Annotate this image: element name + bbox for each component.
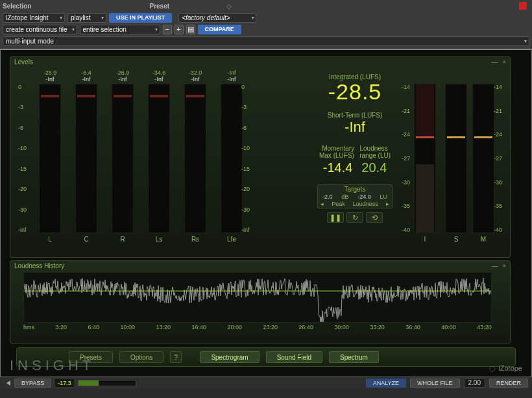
preset-plus-button[interactable]: +	[175, 25, 184, 34]
loop-button[interactable]: ⟲	[366, 212, 383, 223]
ch-label: Ls	[156, 236, 163, 243]
meter-bar[interactable]	[112, 84, 134, 233]
speaker-icon[interactable]	[6, 380, 10, 386]
scale-tick: 0	[18, 84, 27, 90]
spectrum-tab[interactable]: Spectrum	[329, 351, 379, 363]
lhist-max-icon[interactable]: +	[502, 262, 506, 269]
levels-scale-left: 0 -3 -6 -10 -15 -20 -30 -inf	[18, 84, 27, 233]
scale-tick: -40	[494, 227, 502, 233]
big-meter-S[interactable]	[445, 84, 467, 233]
meter-bar[interactable]	[75, 84, 97, 233]
scale-tick: -15	[241, 166, 250, 172]
footer-level-meter	[78, 380, 136, 386]
lhist-timeaxis: hms 3:20 6:40 10:00 13:20 16:40 20:00 23…	[23, 324, 492, 330]
close-icon[interactable]	[519, 2, 527, 10]
scale-tick: -6	[18, 125, 27, 131]
host-row3: multi-input mode	[0, 35, 532, 49]
meter-Rs: -32.0-InfRs	[183, 69, 208, 243]
levels-panel: Levels — + 0 -3 -6 -10 -15 -20 -30 -inf …	[10, 56, 511, 258]
multi-input-select[interactable]: multi-input mode	[3, 36, 529, 46]
big-meter-I[interactable]	[414, 84, 436, 233]
insight-logo: INSIGHT	[10, 357, 95, 374]
big-meter-S-label: S	[445, 236, 467, 243]
meter-L: -28.9-InfL	[38, 69, 62, 243]
t-tick: 26:40	[298, 324, 313, 330]
meter-bar[interactable]	[39, 84, 61, 233]
alert-zone	[416, 84, 434, 136]
targets-title: Targets	[318, 185, 392, 193]
levels-title: Levels	[14, 58, 33, 66]
scale-tick: -30	[18, 206, 27, 213]
loudness-range-value: 20.4	[361, 160, 387, 175]
meter-bar[interactable]	[148, 84, 170, 233]
meter-tp: -32.0	[189, 69, 202, 76]
momentary-label1: Momentary	[322, 145, 354, 152]
yel-mark	[474, 136, 492, 138]
meter-bar[interactable]	[221, 84, 243, 233]
scale-tick: -27	[402, 155, 410, 162]
lhist-min-icon[interactable]: —	[491, 262, 498, 269]
analyze-button[interactable]: ANALYZE	[366, 379, 406, 388]
big-scale-right: -14 -21 -24 -27 -30 -35 -40	[494, 84, 502, 233]
factory-default-select[interactable]: <factory default>	[178, 13, 256, 23]
spectrogram-tab[interactable]: Spectrogram	[200, 351, 259, 363]
host-topbar: Selection Preset ◇ iZotope Insight playl…	[0, 0, 532, 49]
seconds-field[interactable]: 2.00	[464, 379, 485, 388]
t-tick: 23:20	[263, 324, 278, 330]
preset-chevrons-icon[interactable]: ◇	[226, 3, 232, 10]
use-in-playlist-button[interactable]: USE IN PLAYLIST	[109, 13, 172, 23]
host-row2b: create continuous file entire selection …	[0, 23, 532, 35]
playlist-select[interactable]: playlist	[67, 13, 106, 23]
t-tick: 6:40	[88, 324, 99, 330]
entire-selection-select[interactable]: entire selection	[80, 25, 160, 34]
t-tick: 13:20	[156, 324, 171, 330]
scale-tick: -30	[402, 179, 410, 186]
loudness-history-panel: Loudness History — + LUFS -10 -20 -30 -4…	[10, 260, 511, 343]
meter-bar[interactable]	[184, 84, 206, 233]
momentary-max-value: -14.4	[323, 160, 353, 175]
render-button[interactable]: RENDER	[489, 379, 528, 388]
meter-pk: -Inf	[191, 76, 199, 82]
big-scale-left: -14 -21 -24 -27 -30 -35 -40	[402, 84, 410, 233]
levels-max-icon[interactable]: +	[502, 58, 506, 66]
options-button[interactable]: Options	[119, 351, 163, 363]
levels-body: 0 -3 -6 -10 -15 -20 -30 -inf -28.9-InfL …	[14, 67, 506, 249]
scale-tick: -3	[18, 104, 27, 110]
scale-tick: -24	[402, 131, 410, 138]
preset-save-icon[interactable]: ▤	[186, 25, 195, 34]
scale-tick: 0	[241, 84, 250, 90]
t-tick: 36:40	[405, 324, 420, 330]
meter-tp: -28.9	[43, 69, 57, 76]
levels-min-icon[interactable]: —	[491, 58, 498, 66]
targets-box[interactable]: Targets -2.0 dB -24.0 LU Peak Loudness	[317, 184, 393, 208]
scale-tick: -15	[18, 166, 27, 172]
target-peak-label: Peak	[332, 201, 345, 207]
momentary-label2: Loudness	[359, 145, 387, 152]
meter-pk: -Inf	[118, 76, 127, 82]
bypass-button[interactable]: BYPASS	[14, 379, 51, 388]
preset-minus-button[interactable]: −	[163, 25, 172, 34]
reset-button[interactable]: ↻	[346, 212, 363, 223]
targets-bottom-row[interactable]: Peak Loudness	[318, 200, 392, 208]
t-tick: 33:20	[370, 324, 385, 330]
scale-tick: -21	[494, 108, 502, 114]
meter-tp: -6.4	[81, 69, 91, 76]
big-meter-M[interactable]	[472, 84, 494, 233]
scale-tick: -6	[241, 125, 250, 131]
help-button[interactable]: ?	[170, 351, 182, 363]
plugin-frame: Levels — + 0 -3 -6 -10 -15 -20 -30 -inf …	[0, 49, 532, 377]
t-tick: 20:00	[227, 324, 242, 330]
compare-button[interactable]: COMPARE	[198, 25, 241, 34]
levels-title-bar: Levels — +	[10, 57, 510, 67]
host-footer: BYPASS -17.3 ANALYZE WHOLE FILE 2.00 REN…	[0, 377, 532, 389]
plugin-select[interactable]: iZotope Insight	[3, 13, 65, 23]
t-tick: 10:00	[120, 324, 135, 330]
sound-field-tab[interactable]: Sound Field	[266, 351, 322, 363]
meter-pk: -Inf	[45, 76, 54, 82]
momentary-sub1: Max (LUFS)	[319, 152, 354, 159]
whole-file-button[interactable]: WHOLE FILE	[410, 379, 460, 388]
lhist-chart[interactable]: LUFS -10 -20 -30 -40 -60	[23, 272, 492, 323]
create-continuous-select[interactable]: create continuous file	[3, 25, 77, 34]
big-meter-I-label: I	[414, 236, 436, 243]
pause-button[interactable]: ❚❚	[327, 212, 344, 223]
